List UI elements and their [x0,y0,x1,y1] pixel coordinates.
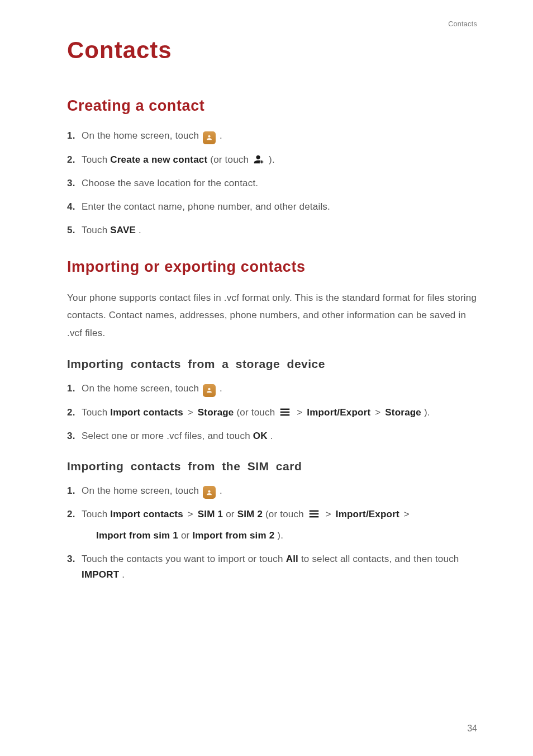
step-text: Touch [82,509,110,519]
step-4: 4. Enter the contact name, phone number,… [67,199,477,215]
ui-label-create-new-contact: Create a new contact [110,154,207,165]
step-text: . [220,383,222,394]
ui-label-import-export: Import/Export [307,407,370,418]
step-number: 1. [67,128,75,144]
step-2: 2. Touch Import contacts > Storage (or t… [67,405,477,420]
step-text: Touch [82,407,110,418]
contacts-app-icon [203,384,216,397]
svg-rect-1 [280,411,290,412]
step-text: . [270,431,273,441]
svg-rect-3 [310,511,319,512]
step-text: Enter the contact name, phone number, an… [82,201,330,212]
chapter-title: Contacts [67,37,477,64]
step-text: ). [277,530,283,541]
step-3: 3. Touch the contacts you want to import… [67,551,477,583]
step-2: 2. Touch Create a new contact (or touch … [67,152,477,168]
menu-icon [308,508,320,520]
step-number: 1. [67,483,75,499]
step-1: 1. On the home screen, touch . [67,128,477,144]
breadcrumb-separator: > [375,407,383,418]
add-contact-icon [253,153,265,166]
ui-label-save: SAVE [110,225,136,235]
step-text: On the home screen, touch [82,485,202,496]
step-text: . [139,225,141,235]
step-text: On the home screen, touch [82,130,202,141]
breadcrumb-separator: > [326,509,334,519]
step-text: Touch [82,154,110,165]
step-text: (or touch [265,509,307,519]
svg-rect-4 [310,513,319,514]
step-1: 1. On the home screen, touch . [67,381,477,397]
ui-label-sim2: SIM 2 [237,509,263,519]
svg-rect-0 [280,408,290,409]
breadcrumb-separator: > [404,509,410,519]
section-intro-text: Your phone supports contact files in .vc… [67,289,477,342]
breadcrumb-separator: > [188,407,196,418]
step-text: or [226,509,235,519]
menu-icon [279,406,291,418]
svg-rect-5 [310,516,319,517]
ui-label-storage: Storage [198,407,234,418]
step-text: . [122,569,125,580]
step-text: ). [269,154,275,165]
step-text: ). [424,407,430,418]
ui-label-import-from-sim2: Import from sim 2 [192,530,274,541]
breadcrumb-separator: > [188,509,196,519]
step-number: 4. [67,199,75,215]
step-text: . [220,130,222,141]
step-number: 3. [67,551,75,567]
step-text: Choose the save location for the contact… [82,178,258,188]
step-text: Touch [82,225,110,235]
breadcrumb-separator: > [297,407,305,418]
ui-label-import-contacts: Import contacts [110,407,183,418]
step-text: Select one or more .vcf files, and touch [82,431,253,441]
step-1: 1. On the home screen, touch . [67,483,477,499]
step-text: Touch the contacts you want to import or… [82,554,286,564]
running-header: Contacts [448,20,477,28]
step-3: 3. Select one or more .vcf files, and to… [67,428,477,444]
page-number: 34 [467,724,477,734]
step-2: 2. Touch Import contacts > SIM 1 or SIM … [67,507,477,544]
step-text: or [181,530,192,541]
step-3: 3. Choose the save location for the cont… [67,176,477,191]
subsection-import-sim-title: Importing contacts from the SIM card [67,460,477,473]
ui-label-import-from-sim1: Import from sim 1 [96,530,178,541]
ui-label-import: IMPORT [82,569,119,580]
step-number: 2. [67,507,75,522]
contacts-app-icon [203,131,216,144]
step-text: (or touch [210,154,251,165]
ui-label-storage: Storage [385,407,421,418]
subsection-import-storage-title: Importing contacts from a storage device [67,357,477,371]
svg-rect-2 [280,414,290,415]
step-number: 2. [67,405,75,420]
step-text: On the home screen, touch [82,383,202,394]
step-number: 2. [67,152,75,168]
step-number: 3. [67,176,75,191]
step-number: 3. [67,428,75,444]
ui-label-import-export: Import/Export [336,509,399,519]
ui-label-all: All [286,554,298,564]
ui-label-import-contacts: Import contacts [110,509,183,519]
step-number: 1. [67,381,75,396]
step-number: 5. [67,223,75,238]
step-text: to select all contacts, and then touch [301,554,459,564]
ui-label-sim1: SIM 1 [198,509,223,519]
step-text: (or touch [236,407,278,418]
section-import-export-title: Importing or exporting contacts [67,258,477,276]
step-text: . [220,485,222,496]
contacts-app-icon [203,486,216,499]
step-5: 5. Touch SAVE . [67,223,477,238]
ui-label-ok: OK [253,431,268,441]
section-creating-contact-title: Creating a contact [67,97,477,115]
